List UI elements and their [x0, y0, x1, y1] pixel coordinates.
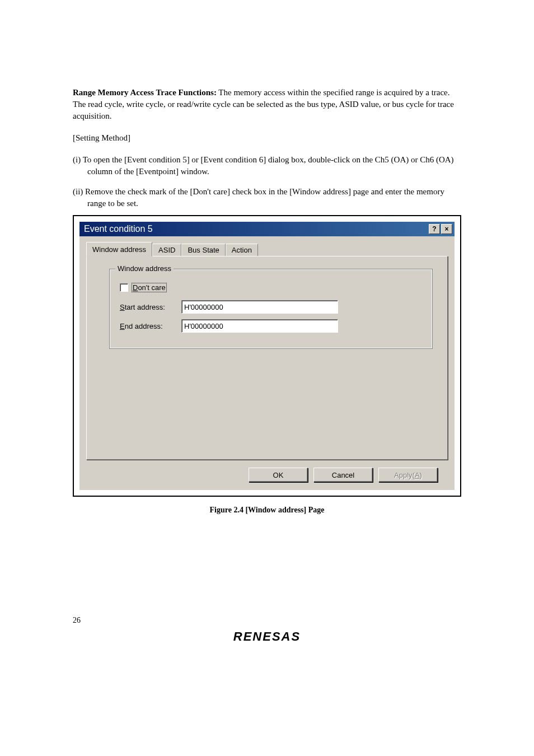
start-address-input[interactable]	[181, 300, 338, 314]
event-condition-dialog: Event condition 5 ? × Window address ASI…	[79, 222, 455, 490]
renesas-logo: RENESAS	[73, 629, 461, 644]
start-address-label: Start address:	[120, 303, 181, 311]
dont-care-label: Don't care	[132, 283, 167, 292]
dialog-titlebar: Event condition 5 ? ×	[79, 222, 455, 236]
close-button[interactable]: ×	[441, 224, 452, 234]
intro-paragraph: Range Memory Access Trace Functions: The…	[73, 87, 461, 122]
figure-caption: Figure 2.4 [Window address] Page	[0, 506, 534, 515]
dialog-screenshot-frame: Event condition 5 ? × Window address ASI…	[73, 215, 461, 497]
intro-heading: Range Memory Access Trace Functions:	[73, 88, 217, 97]
tab-asid[interactable]: ASID	[152, 244, 181, 256]
tab-bus-state[interactable]: Bus State	[181, 244, 225, 256]
page-number: 26	[73, 616, 461, 625]
end-address-input[interactable]	[181, 319, 338, 333]
tab-action[interactable]: Action	[226, 244, 258, 256]
dont-care-checkbox[interactable]	[120, 283, 128, 292]
list-item: (ii) Remove the check mark of the [Don't…	[73, 186, 461, 209]
tab-strip: Window address ASID Bus State Action	[86, 242, 448, 256]
help-button[interactable]: ?	[429, 224, 440, 234]
cancel-button[interactable]: Cancel	[313, 468, 373, 482]
tab-window-address[interactable]: Window address	[86, 242, 152, 256]
dialog-title: Event condition 5	[84, 224, 153, 234]
window-address-groupbox: Window address Don't care Start address:…	[109, 269, 433, 349]
ok-button[interactable]: OK	[249, 468, 308, 482]
tab-panel-window-address: Window address Don't care Start address:…	[86, 256, 448, 460]
setting-method-label: [Setting Method]	[73, 132, 461, 144]
groupbox-legend: Window address	[115, 264, 174, 273]
apply-button[interactable]: Apply(A)	[378, 468, 438, 482]
list-item: (i) To open the [Event condition 5] or […	[73, 154, 461, 178]
end-address-label: End address:	[120, 322, 181, 330]
